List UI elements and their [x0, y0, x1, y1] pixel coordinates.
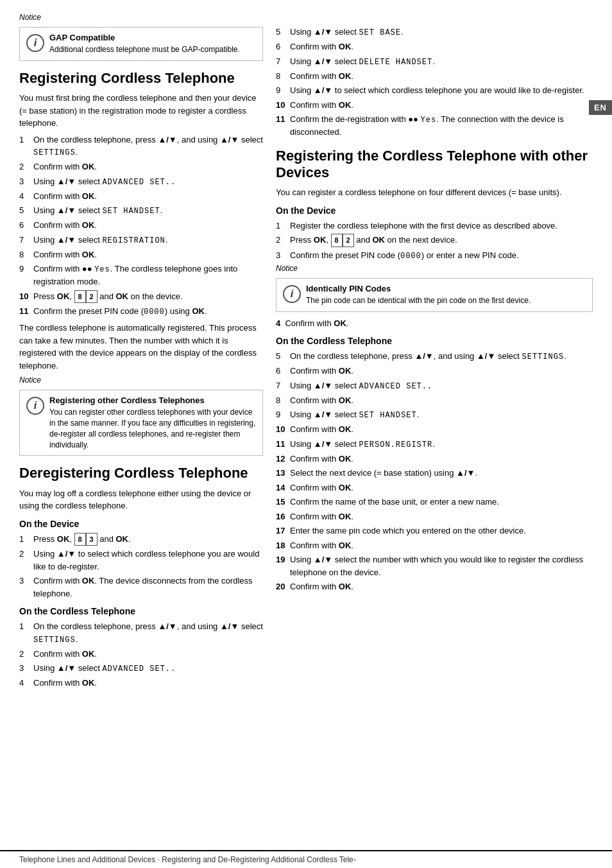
list-item: 18Confirm with OK.: [276, 539, 593, 552]
gap-compatible-title: GAP Compatible: [49, 33, 256, 42]
list-item: 13Select the next device (= base station…: [276, 467, 593, 480]
section2-intro: You may log off a cordless telephone eit…: [19, 487, 263, 512]
notice-icon-3: i: [283, 285, 301, 303]
section2-sub2-title: On the Cordless Telephone: [19, 606, 263, 616]
list-item: 9Confirm with ●● Yes. The cordless telep…: [19, 263, 263, 288]
footer-bar: Telephone Lines and Additional Devices ·…: [0, 850, 612, 868]
notice-gap: Notice i GAP Compatible Additional cordl…: [19, 13, 263, 61]
notice-label-2: Notice: [19, 376, 263, 385]
step4-confirm: 4 Confirm with OK.: [276, 317, 593, 330]
list-item: 2Press OK, 82 and OK on the next device.: [276, 234, 593, 247]
list-item: 20Confirm with OK.: [276, 580, 593, 593]
list-item: 3Using ▲/▼ select ADVANCED SET..: [19, 662, 263, 675]
list-item: 19Using ▲/▼ select the number with which…: [276, 553, 593, 578]
list-item: 3Using ▲/▼ select ADVANCED SET..: [19, 175, 263, 188]
list-item: 15Confirm the name of the base unit, or …: [276, 496, 593, 508]
list-item: 7Using ▲/▼ select DELETE HANDSET.: [276, 55, 593, 68]
section1-auto-note: The cordless telephone is automatically …: [19, 322, 263, 372]
list-item: 16Confirm with OK.: [276, 510, 593, 523]
list-item: 4Confirm with OK.: [19, 190, 263, 203]
notice-pin: Notice i Identically PIN Codes The pin c…: [276, 264, 593, 312]
footer-text: Telephone Lines and Additional Devices ·…: [19, 855, 356, 864]
pin-codes-title: Identically PIN Codes: [306, 284, 586, 293]
list-item: 9Using ▲/▼ select SET HANDSET.: [276, 408, 593, 421]
list-item: 2Using ▲/▼ to select which cordless tele…: [19, 548, 263, 573]
list-item: 5Using ▲/▼ select SET BASE.: [276, 26, 593, 39]
list-item: 6Confirm with OK.: [276, 40, 593, 53]
list-item: 3Confirm with OK. The device disconnects…: [19, 575, 263, 600]
list-item: 5On the cordless telephone, press ▲/▼, a…: [276, 350, 593, 363]
list-item: 14Confirm with OK.: [276, 482, 593, 494]
section2-sub1-steps: 1Press OK, 83 and OK. 2Using ▲/▼ to sele…: [19, 533, 263, 600]
section3-intro: You can register a cordless telephone on…: [276, 186, 593, 199]
list-item: 3Confirm the preset PIN code (0000) or e…: [276, 249, 593, 262]
register-other-text: You can register other cordless telephon…: [49, 407, 256, 450]
list-item: 5Using ▲/▼ select SET HANDSET.: [19, 204, 263, 217]
list-item: 4Confirm with OK.: [19, 677, 263, 690]
en-badge: EN: [589, 100, 612, 115]
notice-register-other: Notice i Registering other Cordless Tele…: [19, 376, 263, 456]
section1-title: Registering Cordless Telephone: [19, 70, 263, 87]
list-item: 17Enter the same pin code which you ente…: [276, 525, 593, 537]
list-item: 6Confirm with OK.: [276, 365, 593, 378]
list-item: 11Confirm the preset PIN code (0000) usi…: [19, 305, 263, 318]
notice-icon-2: i: [26, 397, 44, 415]
section3-title: Registering the Cordless Telephone with …: [276, 148, 593, 182]
list-item: 9Using ▲/▼ to select which cordless tele…: [276, 84, 593, 97]
list-item: 8Confirm with OK.: [19, 248, 263, 261]
list-item: 10Confirm with OK.: [276, 99, 593, 112]
list-item: 12Confirm with OK.: [276, 453, 593, 465]
notice-label-3: Notice: [276, 264, 593, 273]
notice-label-1: Notice: [19, 13, 263, 22]
section2-continued-steps: 5Using ▲/▼ select SET BASE. 6Confirm wit…: [276, 26, 593, 139]
list-item: 1Press OK, 83 and OK.: [19, 533, 263, 546]
list-item: 6Confirm with OK.: [19, 219, 263, 232]
pin-codes-text: The pin code can be identical with the p…: [306, 295, 586, 306]
list-item: 11Confirm the de-registration with ●● Ye…: [276, 113, 593, 139]
section2-title: Deregistering Cordless Telephone: [19, 465, 263, 482]
gap-compatible-text: Additional cordless telephone must be GA…: [49, 44, 256, 55]
list-item: 7Using ▲/▼ select ADVANCED SET..: [276, 379, 593, 392]
list-item: 1On the cordless telephone, press ▲/▼, a…: [19, 620, 263, 646]
list-item: 11Using ▲/▼ select PERSON.REGISTR.: [276, 438, 593, 451]
list-item: 1Register the cordless telephone with th…: [276, 220, 593, 232]
notice-icon-1: i: [26, 34, 44, 52]
list-item: 10Confirm with OK.: [276, 423, 593, 436]
section1-intro: You must first bring the cordless teleph…: [19, 92, 263, 130]
list-item: 7Using ▲/▼ select REGISTRATION.: [19, 234, 263, 247]
section1-steps: 1On the cordless telephone, press ▲/▼, a…: [19, 134, 263, 318]
list-item: 8Confirm with OK.: [276, 394, 593, 407]
list-item: 8Confirm with OK.: [276, 70, 593, 83]
section2-sub2-steps: 1On the cordless telephone, press ▲/▼, a…: [19, 620, 263, 690]
section3-sub2-steps: 5On the cordless telephone, press ▲/▼, a…: [276, 350, 593, 593]
section3-sub2-title: On the Cordless Telephone: [276, 336, 593, 346]
list-item: 1On the cordless telephone, press ▲/▼, a…: [19, 134, 263, 159]
list-item: 2Confirm with OK.: [19, 648, 263, 661]
list-item: 2Confirm with OK.: [19, 161, 263, 173]
section2-sub1-title: On the Device: [19, 519, 263, 529]
list-item: 10Press OK, 82 and OK on the device.: [19, 290, 263, 304]
section3-sub1-steps: 1Register the cordless telephone with th…: [276, 220, 593, 262]
section3-sub1-title: On the Device: [276, 205, 593, 216]
register-other-title: Registering other Cordless Telephones: [49, 395, 256, 405]
